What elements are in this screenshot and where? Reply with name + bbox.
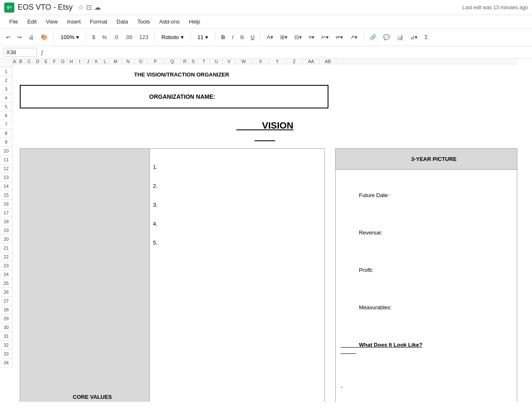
currency-button[interactable]: $ [90, 32, 98, 42]
core-values-header: CORE VALUES [20, 148, 149, 402]
borders-button[interactable]: ⊞▾ [278, 32, 290, 42]
menu-insert[interactable]: Insert [63, 17, 85, 26]
col-e[interactable]: E [42, 59, 50, 64]
col-f[interactable]: F [50, 59, 59, 64]
col-q[interactable]: Q [164, 59, 181, 64]
star-icon[interactable]: ☆ [78, 3, 84, 11]
core-values-content[interactable]: 1. 2. 3. 4. 5. [149, 148, 324, 402]
col-y[interactable]: Y [269, 59, 286, 64]
function-button[interactable]: Σ [422, 32, 430, 42]
comment-button[interactable]: 💬 [381, 32, 392, 42]
menu-view[interactable]: View [42, 17, 62, 26]
wrap-button[interactable]: ⇌▾ [333, 32, 346, 42]
profit-text: Profit: [359, 267, 373, 273]
row-6: 6 [0, 111, 13, 120]
main-title-cell[interactable]: THE VISION/TRACTION ORGANIZER [13, 64, 336, 85]
col-u[interactable]: U [210, 59, 223, 64]
row-7: 7 [0, 120, 13, 129]
svg-rect-0 [7, 5, 12, 10]
col-i[interactable]: I [76, 59, 84, 64]
font-dropdown[interactable]: Roboto ▾ [158, 32, 187, 42]
col-o[interactable]: O [135, 59, 147, 64]
col-m[interactable]: M [109, 59, 122, 64]
formula-input[interactable] [47, 49, 529, 55]
filter-button[interactable]: ⊿▾ [408, 32, 420, 42]
menu-tools[interactable]: Tools [133, 17, 154, 26]
col-aa[interactable]: AA [303, 59, 320, 64]
fill-color-button[interactable]: A▾ [264, 32, 276, 42]
future-date-text: Future Date: [359, 192, 389, 198]
col-v[interactable]: V [223, 59, 236, 64]
row-8: 8 [0, 129, 13, 138]
paint-format-button[interactable]: 🎨 [38, 32, 50, 42]
italic-button[interactable]: I [229, 32, 236, 42]
row-1: 1 [0, 67, 13, 76]
corner-cell [0, 59, 13, 67]
rotate-button[interactable]: ↗▾ [347, 32, 360, 42]
link-button[interactable]: 🔗 [367, 32, 379, 42]
app-icon [4, 3, 14, 13]
col-w[interactable]: W [236, 59, 252, 64]
halign-button[interactable]: ≡▾ [306, 32, 318, 42]
bold-button[interactable]: B [219, 32, 228, 42]
row-9: 9 [0, 138, 13, 147]
cell-reference[interactable] [3, 48, 37, 57]
decimal-up-button[interactable]: .00 [122, 32, 135, 42]
spreadsheet-table: THE VISION/TRACTION ORGANIZER ORGANIZATI… [13, 64, 517, 402]
folder-icon[interactable]: ⊡ [86, 3, 92, 11]
redo-button[interactable]: ↪ [15, 32, 24, 42]
col-c[interactable]: C [25, 59, 34, 64]
col-t[interactable]: T [198, 59, 210, 64]
col-b[interactable]: B [17, 59, 25, 64]
print-button[interactable]: 🖨 [26, 32, 37, 42]
col-j[interactable]: J [84, 59, 93, 64]
format-123-button[interactable]: 123 [137, 32, 151, 42]
col-p[interactable]: P [147, 59, 164, 64]
col-ab[interactable]: AB [320, 59, 336, 64]
col-n[interactable]: N [122, 59, 135, 64]
col-s[interactable]: S [189, 59, 198, 64]
undo-button[interactable]: ↩ [3, 32, 13, 42]
menu-data[interactable]: Data [112, 17, 132, 26]
underline-button[interactable]: U [248, 32, 257, 42]
col-a[interactable]: A [13, 59, 17, 64]
three-year-content[interactable]: Future Date: Revenue: Profit: Measurable… [336, 169, 517, 402]
menu-edit[interactable]: Edit [23, 17, 41, 26]
zoom-chevron: ▾ [76, 34, 79, 40]
col-h[interactable]: H [67, 59, 76, 64]
col-z[interactable]: Z [286, 59, 303, 64]
three-year-label: 3-YEAR PICTURE [411, 156, 456, 162]
cv-item-3: 3. [153, 202, 321, 208]
col-r[interactable]: R [181, 59, 189, 64]
revenue-text: Revenue: [359, 229, 382, 236]
fontsize-dropdown[interactable]: 11 ▾ [194, 32, 212, 42]
sheet-container: 1 2 3 4 5 6 7 8 9 10 11 12 13 14 15 16 1… [0, 59, 532, 402]
org-name-cell[interactable]: ORGANIZATION NAME: [20, 85, 328, 108]
col-k[interactable]: K [93, 59, 101, 64]
menu-file[interactable]: File [5, 17, 22, 26]
menu-format[interactable]: Format [86, 17, 111, 26]
col-g[interactable]: G [59, 59, 67, 64]
separator-3 [154, 32, 155, 42]
three-year-header: 3-YEAR PICTURE [336, 148, 517, 169]
decimal-down-button[interactable]: .0 [111, 32, 121, 42]
cloud-icon[interactable]: ☁ [94, 3, 101, 11]
col-d[interactable]: D [34, 59, 42, 64]
col-x[interactable]: X [252, 59, 269, 64]
font-chevron: ▾ [181, 34, 184, 40]
menu-addons[interactable]: Add-ons [155, 17, 184, 26]
vision-title-text: VISION [262, 120, 294, 131]
last-edit-text: Last edit was 13 minutes ago [463, 5, 528, 11]
valign-button[interactable]: ⊨▾ [319, 32, 331, 42]
merge-button[interactable]: ⊟▾ [292, 32, 304, 42]
percent-button[interactable]: % [99, 32, 109, 42]
zoom-dropdown[interactable]: 100% ▾ [57, 32, 82, 42]
chart-button[interactable]: 📊 [394, 32, 406, 42]
strikethrough-button[interactable]: S [238, 32, 246, 42]
profit-row: Profit: [341, 261, 512, 279]
font-name: Roboto [161, 34, 179, 40]
row-15: 15 [0, 191, 13, 200]
menu-help[interactable]: Help [185, 17, 204, 26]
col-l[interactable]: L [101, 59, 109, 64]
row-33: 33 [0, 350, 13, 358]
